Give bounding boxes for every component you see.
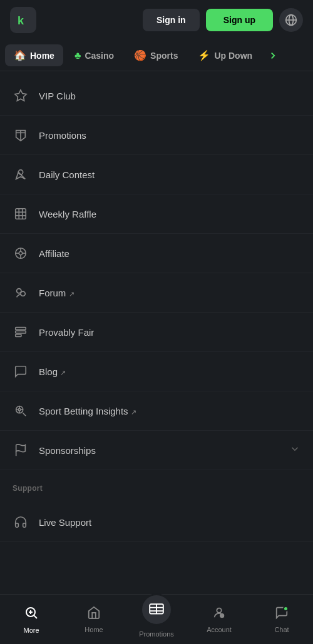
- affiliate-label: Affiliate: [39, 248, 300, 259]
- bottom-nav-promotions[interactable]: Promotions: [125, 595, 188, 644]
- daily-contest-icon: [13, 166, 29, 183]
- tab-casino[interactable]: ♣ Casino: [66, 45, 123, 66]
- bottom-nav-home[interactable]: Home: [63, 595, 125, 644]
- vip-club-icon: [13, 88, 29, 104]
- menu-item-blog[interactable]: Blog ↗: [0, 352, 313, 391]
- menu-item-forum[interactable]: Forum ↗: [0, 273, 313, 313]
- sport-betting-insights-icon: [13, 403, 29, 419]
- bottom-nav: More Home Promotions $: [0, 594, 313, 644]
- header-buttons: Sign in Sign up: [143, 8, 303, 32]
- promotions-label: Promotions: [39, 130, 300, 141]
- more-nav-label: More: [23, 626, 39, 634]
- menu-item-provably-fair[interactable]: Provably Fair: [0, 313, 313, 352]
- home-tab-label: Home: [30, 51, 54, 61]
- signin-button[interactable]: Sign in: [143, 9, 200, 31]
- sponsorships-label: Sponsorships: [39, 445, 279, 456]
- menu-item-affiliate[interactable]: Affiliate: [0, 234, 313, 273]
- header: k Sign in Sign up: [0, 0, 313, 40]
- vip-club-label: VIP Club: [39, 91, 300, 101]
- svg-text:k: k: [18, 14, 24, 27]
- svg-line-26: [23, 413, 26, 416]
- account-nav-label: Account: [207, 626, 232, 633]
- sponsorships-chevron-icon: [289, 443, 300, 457]
- svg-rect-21: [16, 328, 26, 330]
- blog-icon: [13, 363, 29, 380]
- casino-tab-icon: ♣: [74, 50, 81, 61]
- menu-item-daily-contest[interactable]: Daily Contest: [0, 155, 313, 194]
- svg-rect-22: [16, 331, 26, 333]
- chat-nav-icon: [275, 606, 289, 623]
- updown-tab-icon: ⚡: [198, 49, 210, 61]
- sponsorships-icon: [13, 442, 29, 458]
- svg-point-13: [19, 251, 23, 255]
- support-menu-list: Live Support: [0, 498, 313, 547]
- menu-item-weekly-raffle[interactable]: Weekly Raffle: [0, 194, 313, 234]
- svg-point-40: [217, 608, 221, 612]
- chat-online-dot: [283, 606, 289, 611]
- promotions-nav-bubble: [140, 593, 173, 626]
- promotions-nav-label: Promotions: [139, 630, 174, 638]
- svg-rect-23: [16, 335, 21, 337]
- svg-line-33: [34, 615, 38, 618]
- home-nav-icon: [87, 606, 101, 623]
- casino-tab-label: Casino: [85, 51, 114, 61]
- provably-fair-label: Provably Fair: [39, 327, 300, 338]
- menu-item-sponsorships[interactable]: Sponsorships: [0, 431, 313, 470]
- tab-updown[interactable]: ⚡ Up Down: [189, 44, 261, 66]
- signup-button[interactable]: Sign up: [206, 9, 273, 31]
- tab-more-arrow[interactable]: [264, 45, 282, 66]
- tab-sports[interactable]: 🏀 Sports: [125, 44, 187, 66]
- svg-rect-8: [16, 209, 26, 219]
- menu-item-live-support[interactable]: Live Support: [0, 503, 313, 542]
- menu-item-vip-club[interactable]: VIP Club: [0, 76, 313, 116]
- promotions-icon: [13, 127, 29, 143]
- nav-tabs: 🏠 Home ♣ Casino 🏀 Sports ⚡ Up Down: [0, 40, 313, 71]
- sports-tab-icon: 🏀: [134, 49, 146, 61]
- live-support-icon: [13, 514, 29, 530]
- bottom-nav-more[interactable]: More: [0, 595, 63, 644]
- bottom-nav-account[interactable]: $ Account: [188, 595, 250, 644]
- forum-icon: [13, 284, 29, 301]
- more-nav-icon: [24, 605, 39, 623]
- bottom-nav-chat[interactable]: Chat: [250, 595, 313, 644]
- weekly-raffle-label: Weekly Raffle: [39, 209, 300, 219]
- svg-point-25: [18, 408, 21, 411]
- provably-fair-icon: [13, 324, 29, 340]
- svg-marker-4: [15, 90, 26, 101]
- updown-tab-label: Up Down: [214, 51, 252, 61]
- weekly-raffle-icon: [13, 206, 29, 222]
- forum-label: Forum ↗: [39, 288, 300, 298]
- language-button[interactable]: [279, 8, 303, 32]
- daily-contest-label: Daily Contest: [39, 169, 300, 180]
- affiliate-icon: [13, 245, 29, 261]
- live-support-label: Live Support: [39, 517, 300, 528]
- blog-label: Blog ↗: [39, 366, 300, 377]
- svg-point-20: [21, 291, 25, 296]
- account-nav-icon: $: [212, 606, 226, 623]
- menu-item-promotions[interactable]: Promotions: [0, 116, 313, 155]
- home-tab-icon: 🏠: [14, 49, 26, 61]
- home-nav-label: Home: [85, 626, 103, 633]
- logo[interactable]: k: [10, 7, 36, 33]
- menu-list: VIP Club Promotions Daily Contest: [0, 71, 313, 475]
- chat-nav-label: Chat: [274, 626, 289, 633]
- sports-tab-label: Sports: [150, 51, 178, 61]
- support-section-label: Support: [0, 475, 313, 498]
- sport-betting-insights-label: Sport Betting Insights ↗: [39, 406, 300, 416]
- tab-home[interactable]: 🏠 Home: [5, 44, 63, 66]
- menu-item-sport-betting-insights[interactable]: Sport Betting Insights ↗: [0, 391, 313, 431]
